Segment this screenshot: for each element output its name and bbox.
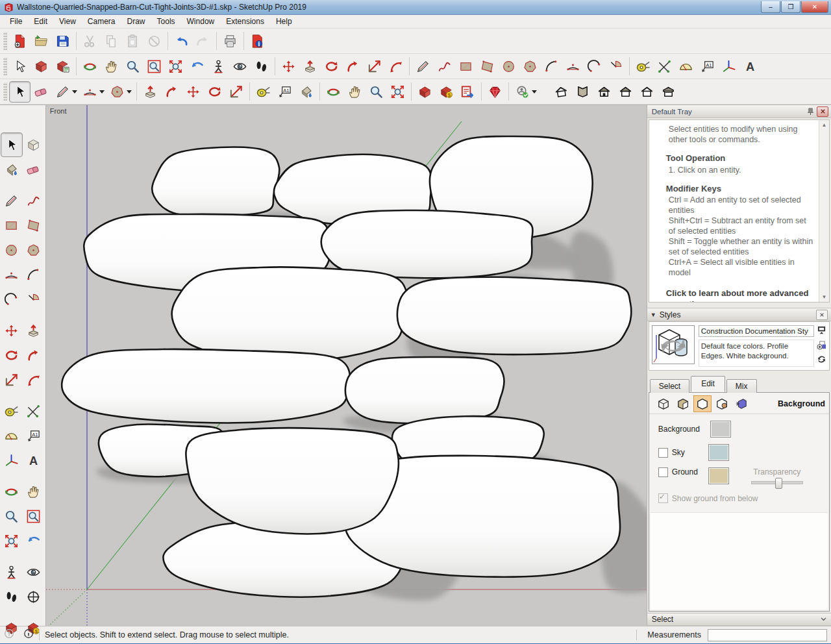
circle-button[interactable]	[1, 238, 23, 262]
text-button[interactable]: A1	[274, 81, 295, 103]
zoom-button[interactable]	[122, 56, 143, 77]
menu-camera[interactable]: Camera	[82, 16, 121, 27]
stone[interactable]	[345, 357, 504, 423]
geolocation-icon[interactable]	[4, 628, 14, 641]
new-file-button[interactable]	[9, 31, 31, 52]
menu-extensions[interactable]: Extensions	[220, 16, 270, 27]
orbit-button[interactable]	[323, 81, 344, 103]
two-point-arc-dropdown-icon[interactable]	[99, 90, 105, 93]
style-name-input[interactable]: Construction Documentation Sty	[699, 325, 814, 337]
show-ground-checkbox[interactable]	[658, 493, 668, 503]
polygon-button[interactable]	[106, 81, 128, 103]
polygon-button[interactable]	[519, 56, 541, 77]
measurements-input[interactable]	[708, 629, 827, 641]
stone[interactable]	[397, 277, 631, 354]
stone[interactable]	[62, 349, 350, 423]
view-back-button[interactable]	[615, 81, 636, 103]
orbit-button[interactable]	[79, 56, 101, 77]
menu-file[interactable]: File	[4, 16, 28, 27]
rotate-button[interactable]	[204, 81, 225, 103]
account-dropdown-icon[interactable]	[532, 90, 537, 93]
ground-checkbox[interactable]	[658, 467, 668, 477]
walk-button[interactable]	[251, 56, 272, 77]
view-top-button[interactable]	[572, 81, 593, 103]
rectangle-button[interactable]	[455, 56, 477, 77]
menu-view[interactable]: View	[53, 16, 82, 27]
menu-tools[interactable]: Tools	[151, 16, 181, 27]
zoom-button[interactable]	[1, 504, 23, 528]
push-pull-button[interactable]	[299, 56, 321, 77]
paint-bucket-button[interactable]	[1, 157, 23, 182]
rotated-rectangle-button[interactable]	[477, 56, 498, 77]
select-rollup-header[interactable]: Select	[647, 613, 831, 626]
arc-button[interactable]	[23, 262, 45, 287]
push-pull-button[interactable]	[23, 318, 45, 343]
update-style-icon[interactable]	[817, 354, 826, 366]
styles-tab-edit[interactable]: Edit	[691, 376, 725, 392]
menu-window[interactable]: Window	[181, 16, 221, 27]
account-button[interactable]	[512, 81, 533, 103]
move-button[interactable]	[278, 56, 299, 77]
edge-settings-icon[interactable]	[654, 395, 673, 412]
eraser-button[interactable]	[23, 157, 45, 182]
instructor-scrollbar[interactable]: ▲ ▼	[819, 120, 829, 302]
tape-measure-button[interactable]	[1, 399, 23, 423]
look-around-button[interactable]	[23, 560, 45, 584]
view-left-button[interactable]	[636, 81, 658, 103]
rectangle-button[interactable]	[1, 213, 23, 238]
save-file-button[interactable]	[52, 31, 73, 52]
ground-color-swatch[interactable]	[708, 467, 729, 484]
background-settings-icon[interactable]	[693, 395, 712, 412]
rotate-button[interactable]	[321, 56, 342, 77]
walk-button[interactable]	[1, 584, 23, 609]
axes-button[interactable]	[1, 448, 23, 473]
transparency-slider[interactable]	[751, 481, 803, 484]
background-color-swatch[interactable]	[710, 421, 731, 438]
scale-button[interactable]	[225, 81, 247, 103]
print-button[interactable]	[219, 31, 241, 52]
rotated-rectangle-button[interactable]	[23, 213, 45, 238]
line-button[interactable]	[1, 188, 23, 213]
pie-button[interactable]	[23, 287, 45, 312]
menu-edit[interactable]: Edit	[28, 16, 53, 27]
transparency-slider-thumb[interactable]	[775, 478, 782, 489]
make-component-button[interactable]	[23, 132, 45, 157]
rotate-button[interactable]	[1, 343, 23, 367]
advanced-operations-link[interactable]: Click to learn about more advanced opera…	[666, 288, 813, 303]
watermark-settings-icon[interactable]	[713, 395, 731, 412]
sky-checkbox[interactable]	[658, 448, 668, 458]
undo-button[interactable]	[171, 31, 192, 52]
view-front-button[interactable]	[593, 81, 615, 103]
select-cursor-white-button[interactable]	[9, 56, 31, 77]
three-point-arc-button[interactable]	[1, 287, 23, 312]
stone-wall-model[interactable]	[46, 105, 647, 626]
restore-button[interactable]: ❐	[781, 1, 800, 13]
scale-button[interactable]	[1, 367, 23, 392]
component-attributes-button[interactable]	[52, 56, 73, 77]
three-d-text-button[interactable]: A	[23, 448, 45, 473]
menu-draw[interactable]: Draw	[121, 16, 151, 27]
line-dropdown-icon[interactable]	[72, 90, 77, 93]
move-button[interactable]	[182, 81, 204, 103]
pie-button[interactable]	[605, 56, 626, 77]
styles-panel-header[interactable]: ▼ Styles	[647, 308, 831, 321]
minimize-button[interactable]: –	[761, 1, 780, 13]
arc-button[interactable]	[541, 56, 562, 77]
offset-button[interactable]	[385, 56, 406, 77]
push-pull-button[interactable]	[140, 81, 161, 103]
modeling-settings-icon[interactable]	[732, 395, 750, 412]
orbit-button[interactable]	[1, 479, 23, 504]
three-point-arc-button[interactable]	[584, 56, 605, 77]
scroll-down-icon[interactable]: ▼	[822, 292, 827, 302]
line-button[interactable]	[412, 56, 434, 77]
two-point-arc-button[interactable]	[1, 262, 23, 287]
dimension-button[interactable]	[23, 399, 45, 423]
look-around-button[interactable]	[229, 56, 251, 77]
paint-bucket-button[interactable]	[295, 81, 317, 103]
zoom-button[interactable]	[366, 81, 387, 103]
pan-button[interactable]	[344, 81, 366, 103]
sky-color-swatch[interactable]	[708, 444, 729, 461]
styles-tab-mix[interactable]: Mix	[726, 379, 757, 393]
protractor-button[interactable]	[1, 423, 23, 448]
send-to-layout-button[interactable]	[457, 81, 478, 103]
